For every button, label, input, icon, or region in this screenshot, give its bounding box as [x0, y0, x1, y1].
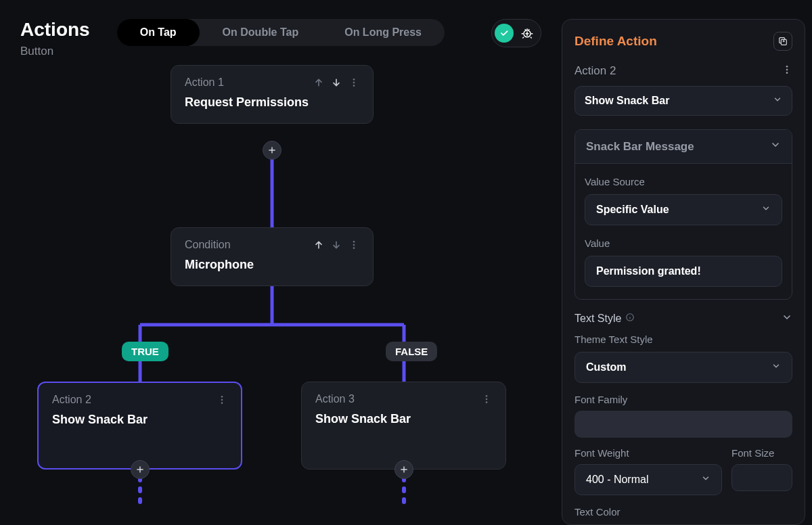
font-family-input[interactable]	[574, 411, 792, 438]
more-vert-icon[interactable]	[217, 394, 227, 405]
svg-point-11	[353, 241, 355, 243]
node-action-2[interactable]: Action 2 Show Snack Bar	[37, 382, 242, 470]
text-color-label: Text Color	[574, 506, 792, 518]
panel-more-button[interactable]	[782, 64, 792, 78]
panel-action-name: Action 2	[574, 64, 616, 78]
chevron-down-icon	[771, 361, 781, 373]
add-action-button[interactable]	[394, 460, 413, 479]
chevron-down-icon	[782, 312, 792, 325]
value-source-value: Specific Value	[596, 204, 669, 216]
font-weight-value: 400 - Normal	[586, 474, 648, 486]
add-action-button[interactable]	[131, 460, 150, 479]
action-type-value: Show Snack Bar	[585, 95, 669, 107]
svg-point-16	[221, 402, 223, 404]
debug-button[interactable]	[516, 22, 538, 44]
font-size-label: Font Size	[731, 447, 792, 459]
header-actions	[491, 19, 541, 47]
value-text: Permission granted!	[596, 265, 701, 277]
validation-check-icon	[495, 24, 514, 43]
svg-point-12	[353, 244, 355, 246]
svg-point-21	[786, 66, 788, 68]
section-title: Snack Bar Message	[586, 140, 694, 154]
chevron-down-icon	[761, 204, 771, 216]
define-action-panel: Define Action Action 2 Show Snack Bar Sn…	[562, 19, 805, 525]
theme-text-style-select[interactable]: Custom	[574, 352, 792, 383]
chevron-down-icon	[770, 139, 781, 154]
theme-text-style-value: Custom	[586, 361, 627, 373]
arrow-up-icon[interactable]	[313, 77, 324, 88]
theme-text-style-label: Theme Text Style	[574, 334, 792, 345]
svg-point-17	[486, 395, 488, 397]
chevron-down-icon	[701, 474, 710, 486]
snackbar-message-section: Snack Bar Message Value Source Specific …	[574, 129, 792, 300]
chevron-down-icon	[773, 95, 782, 107]
value-input[interactable]: Permission granted!	[585, 256, 782, 287]
branch-true-label: TRUE	[122, 342, 168, 361]
arrow-up-icon[interactable]	[313, 239, 324, 250]
tab-on-long-press[interactable]: On Long Press	[321, 19, 445, 46]
header-left: Actions Button	[20, 19, 90, 58]
node-title: Microphone	[185, 258, 359, 272]
node-title: Show Snack Bar	[315, 412, 492, 426]
add-action-button[interactable]	[263, 141, 281, 160]
font-size-input[interactable]	[731, 464, 792, 491]
font-weight-label: Font Weight	[574, 447, 722, 459]
node-label: Action 3	[315, 393, 355, 405]
event-tabs: On Tap On Double Tap On Long Press	[117, 19, 445, 46]
svg-point-18	[486, 398, 488, 401]
action-type-select[interactable]: Show Snack Bar	[574, 86, 792, 116]
svg-point-22	[786, 69, 788, 71]
svg-point-23	[786, 72, 788, 74]
svg-point-15	[221, 399, 223, 401]
value-label: Value	[585, 237, 782, 249]
svg-point-19	[486, 401, 488, 403]
node-title: Request Permissions	[185, 95, 359, 110]
svg-point-8	[353, 78, 355, 81]
more-vert-icon[interactable]	[481, 394, 492, 405]
text-style-label: Text Style	[574, 313, 621, 325]
node-label: Action 1	[185, 76, 224, 89]
font-weight-select[interactable]: 400 - Normal	[574, 464, 722, 495]
panel-title: Define Action	[574, 34, 657, 49]
svg-point-13	[353, 247, 355, 249]
copy-action-button[interactable]	[773, 32, 792, 51]
arrow-down-icon[interactable]	[331, 239, 342, 250]
tab-on-tap[interactable]: On Tap	[117, 19, 200, 46]
node-condition[interactable]: Condition Microphone	[171, 227, 374, 286]
svg-point-9	[353, 82, 355, 84]
node-action-1[interactable]: Action 1 Request Permissions	[171, 65, 374, 124]
svg-point-14	[221, 396, 223, 398]
page-title: Actions	[20, 19, 90, 41]
node-title: Show Snack Bar	[52, 413, 227, 427]
node-label: Action 2	[52, 394, 91, 406]
flow-canvas[interactable]: Action 1 Request Permissions Condition	[0, 54, 555, 525]
svg-point-10	[353, 85, 355, 87]
more-vert-icon[interactable]	[348, 77, 359, 88]
header: Actions Button On Tap On Double Tap On L…	[20, 19, 541, 58]
node-label: Condition	[185, 239, 231, 251]
snackbar-message-header[interactable]: Snack Bar Message	[575, 130, 792, 164]
more-vert-icon[interactable]	[348, 239, 359, 250]
value-source-label: Value Source	[585, 176, 782, 187]
tab-on-double-tap[interactable]: On Double Tap	[200, 19, 322, 46]
branch-false-label: FALSE	[386, 342, 437, 361]
node-action-3[interactable]: Action 3 Show Snack Bar	[301, 382, 506, 470]
info-icon	[625, 313, 635, 325]
value-source-select[interactable]: Specific Value	[585, 194, 782, 225]
arrow-down-icon[interactable]	[331, 77, 342, 88]
text-style-header[interactable]: Text Style	[574, 312, 792, 325]
font-family-label: Font Family	[574, 394, 792, 405]
